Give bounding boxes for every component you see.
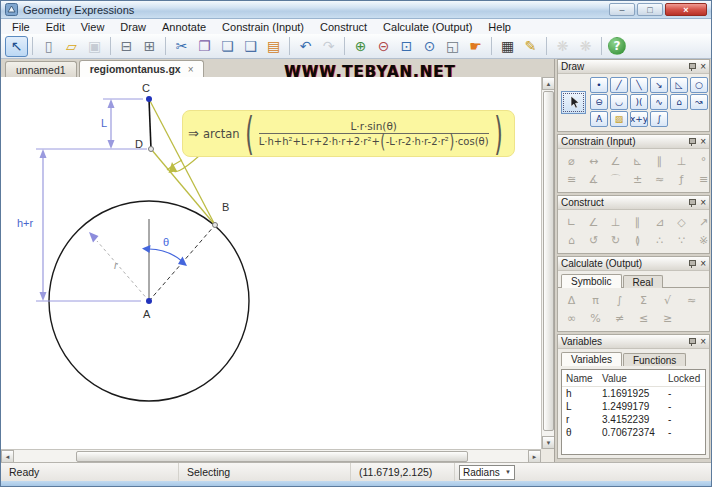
draw-expression[interactable]: x+y [630,111,648,127]
calculate-tool-button[interactable]: ∞ [562,310,581,326]
construct-tool-button[interactable]: ⊿ [650,214,669,230]
point-b-label[interactable]: B [222,201,229,213]
maximize-button[interactable]: □ [637,3,663,16]
segment-c-d[interactable] [149,99,151,149]
draw-vector[interactable]: ↘ [650,77,668,93]
panel-close-icon[interactable]: × [700,338,706,346]
select-tool-button[interactable]: ↖ [5,36,28,57]
L[interactable]: L 1.2499179 - [562,400,705,413]
constrain-tool-button[interactable]: ≈ [650,171,669,187]
redo-button[interactable]: ↷ [317,36,340,57]
zoom-in-button[interactable]: ⊕ [349,36,372,57]
calculate-tool-button[interactable]: ≠ [610,310,629,326]
draw-curve[interactable]: ∿ [650,94,668,110]
menu-item[interactable]: File [4,21,38,33]
constrain-tool-button[interactable]: ∥ [650,153,669,169]
tab-close-icon[interactable]: × [188,64,194,75]
constrain-tool-button[interactable]: ƒ [672,171,691,187]
calculate-tool-button[interactable]: ∫ [610,292,629,308]
construct-tool-button[interactable]: ∟ [562,214,581,230]
point-a-label[interactable]: A [143,308,151,320]
calculate-tool-button[interactable]: √ [658,292,677,308]
zoom-page-button[interactable]: ◱ [441,36,464,57]
pin-icon[interactable] [688,198,696,208]
r[interactable]: r 3.4152239 - [562,413,705,426]
tab-regiomontanus[interactable]: regiomontanus.gx × [79,60,205,77]
calculate-tool-button[interactable]: ≥ [658,310,677,326]
tab-functions[interactable]: Functions [623,353,686,366]
point-c[interactable] [146,96,152,102]
construct-tool-button[interactable]: ◇ [672,214,691,230]
horizontal-scroll-thumb[interactable] [76,451,468,462]
calculate-tool-button[interactable]: ≤ [634,310,653,326]
point-d[interactable] [149,147,154,152]
pan-button[interactable]: ☛ [464,36,487,57]
draw-circle[interactable]: ○ [690,77,708,93]
radius-label[interactable]: r [114,259,119,271]
θ[interactable]: θ 0.70672374 - [562,426,705,439]
draw-picture[interactable]: ▨ [610,111,628,127]
point-b[interactable] [213,223,218,228]
theta-angle-arc[interactable] [149,249,183,262]
constrain-tool-button[interactable]: ≡ [694,171,712,187]
pin-icon[interactable] [688,337,696,347]
construct-tool-button[interactable]: ∠ [584,214,603,230]
tab-unnamed1[interactable]: unnamed1 [5,61,77,77]
point-a[interactable] [146,298,152,304]
cut-button[interactable]: ✂ [170,36,193,57]
radius-line[interactable] [97,241,149,301]
grid-button[interactable]: ▦ [496,36,519,57]
draw-line-segment[interactable]: ╱ [610,77,628,93]
panel-close-icon[interactable]: × [700,138,706,146]
tab-variables[interactable]: Variables [561,352,622,366]
point-d-label[interactable]: D [135,138,143,150]
draw-text[interactable]: A [590,111,608,127]
constrain-tool-button[interactable]: ≅ [562,171,581,187]
menu-item[interactable]: Edit [38,21,73,33]
draw-infinite-line[interactable]: ╲ [630,77,648,93]
construct-tool-button[interactable]: ∵ [672,232,691,248]
vertical-scrollbar[interactable]: ▲ ▼ [541,77,554,449]
constrain-tool-button[interactable]: ⊾ [628,153,647,169]
constrain-tool-button[interactable]: ⊥ [672,153,691,169]
zoom-selection-button[interactable]: ⊙ [418,36,441,57]
clipboard-button[interactable]: ▤ [262,36,285,57]
animate-button[interactable]: ❋ [551,36,574,57]
paste-special-button[interactable]: ❑ [239,36,262,57]
construct-tool-button[interactable]: ⊥ [606,214,625,230]
draw-point-on-curve[interactable]: ↝ [690,94,708,110]
menu-item[interactable]: View [73,21,113,33]
menu-item[interactable]: Calculate (Output) [375,21,480,33]
constrain-tool-button[interactable]: ∠ [606,153,625,169]
constrain-tool-button[interactable]: ∡ [584,171,603,187]
draw-arc[interactable]: ◡ [610,94,628,110]
calculate-tool-button[interactable]: Δ [562,292,581,308]
constrain-tool-button[interactable]: ° [694,153,712,169]
save-button[interactable]: ▣ [83,36,106,57]
select-arrow-tool[interactable] [561,91,586,114]
calculate-tool-button[interactable]: π [586,292,605,308]
construct-tool-button[interactable]: ※ [694,232,712,248]
construct-tool-button[interactable]: ↻ [606,232,625,248]
menu-item[interactable]: Constrain (Input) [214,21,312,33]
theta-label[interactable]: θ [163,236,169,248]
menu-item[interactable]: Draw [112,21,154,33]
draw-function[interactable]: ∫ [650,111,668,127]
l-label[interactable]: L [101,117,107,129]
calculate-tool-button[interactable]: ≈ [682,292,701,308]
print-preview-button[interactable]: ⊞ [138,36,161,57]
constrain-tool-button[interactable]: ⌒ [606,171,625,187]
menu-item[interactable]: Annotate [154,21,214,33]
pin-icon[interactable] [688,259,696,269]
paste-button[interactable]: ❏ [216,36,239,57]
construct-tool-button[interactable]: ∴ [650,232,669,248]
tab-real[interactable]: Real [623,275,664,288]
draw-point[interactable]: • [590,77,608,93]
sketch-mode-button[interactable]: ✎ [519,36,542,57]
print-button[interactable]: ⊟ [115,36,138,57]
vertical-scroll-thumb[interactable] [543,91,554,431]
close-button[interactable]: × [665,3,707,16]
constrain-tool-button[interactable]: ↔ [584,153,603,169]
zoom-window-button[interactable]: ⊡ [395,36,418,57]
zoom-out-button[interactable]: ⊝ [372,36,395,57]
